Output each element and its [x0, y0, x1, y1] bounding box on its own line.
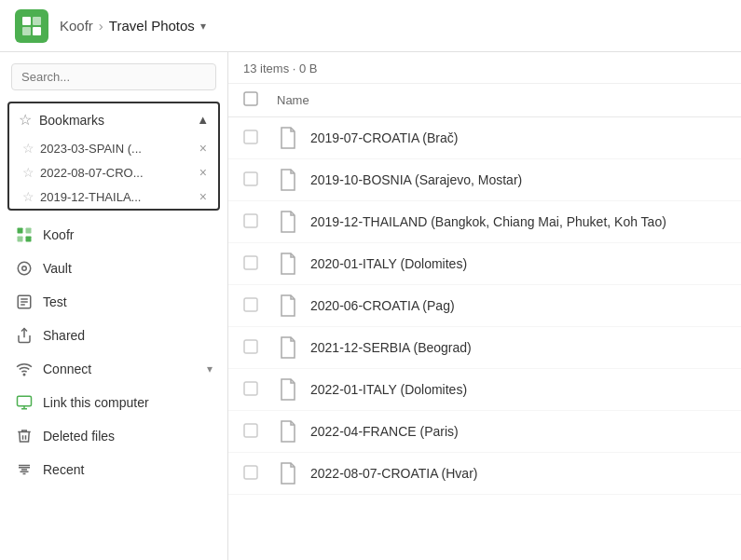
bookmark-star-icon: ☆ — [22, 165, 34, 180]
list-item[interactable]: ☆ 2023-03-SPAIN (... × — [9, 136, 218, 160]
svg-rect-23 — [244, 256, 257, 269]
folder-icon — [277, 251, 299, 277]
search-box — [0, 52, 227, 98]
connect-arrow-icon: ▾ — [207, 362, 213, 376]
row-checkbox[interactable] — [243, 465, 266, 483]
bookmarks-section: ☆ Bookmarks ▲ ☆ 2023-03-SPAIN (... × ☆ 2… — [7, 102, 220, 211]
bookmarks-chevron-icon: ▲ — [197, 113, 209, 127]
row-checkbox[interactable] — [243, 171, 266, 189]
vault-icon — [15, 259, 34, 278]
folder-icon — [277, 335, 299, 361]
bookmarks-header[interactable]: ☆ Bookmarks ▲ — [9, 103, 218, 136]
breadcrumb-dropdown-arrow[interactable]: ▾ — [200, 20, 206, 33]
table-row[interactable]: 2020-01-ITALY (Dolomites) — [228, 243, 741, 285]
sidebar-item-label: Deleted files — [43, 429, 213, 444]
file-name: 2019-10-BOSNIA (Sarajevo, Mostar) — [310, 172, 522, 187]
file-name: 2019-12-THAILAND (Bangkok, Chiang Mai, P… — [310, 214, 666, 229]
table-row[interactable]: 2019-12-THAILAND (Bangkok, Chiang Mai, P… — [228, 201, 741, 243]
file-name: 2022-08-07-CROATIA (Hvar) — [310, 466, 477, 481]
list-item[interactable]: ☆ 2019-12-THAILA... × — [9, 184, 218, 209]
sidebar-item-label: Recent — [43, 462, 213, 477]
breadcrumb-root[interactable]: Koofr — [60, 18, 93, 34]
bookmark-name: 2022-08-07-CRO... — [40, 166, 192, 180]
svg-rect-21 — [244, 172, 257, 185]
search-input[interactable] — [11, 63, 216, 90]
file-name: 2021-12-SERBIA (Beograd) — [310, 340, 472, 355]
file-name: 2020-01-ITALY (Dolomites) — [310, 256, 467, 271]
app-logo — [15, 9, 48, 43]
bookmark-star-icon: ☆ — [22, 141, 34, 156]
bookmarks-star-icon: ☆ — [19, 111, 32, 129]
svg-rect-22 — [244, 214, 257, 227]
column-name: Name — [277, 93, 726, 107]
table-row[interactable]: 2021-12-SERBIA (Beograd) — [228, 327, 741, 369]
bookmark-close-icon[interactable]: × — [198, 165, 209, 180]
svg-rect-25 — [244, 340, 257, 353]
breadcrumb-separator: › — [99, 18, 103, 34]
row-checkbox[interactable] — [243, 297, 266, 315]
shared-icon — [15, 326, 34, 345]
svg-rect-28 — [244, 466, 257, 479]
row-checkbox[interactable] — [243, 423, 266, 441]
file-name: 2020-06-CROATIA (Pag) — [310, 298, 455, 313]
svg-point-15 — [23, 374, 25, 376]
file-list-header: Name — [228, 84, 741, 117]
table-row[interactable]: 2022-08-07-CROATIA (Hvar) — [228, 453, 741, 495]
select-all-checkbox[interactable] — [243, 91, 266, 109]
item-count: 13 items · 0 B — [243, 61, 317, 75]
sidebar-item-shared[interactable]: Shared — [4, 320, 224, 351]
table-row[interactable]: 2022-01-ITALY (Dolomites) — [228, 369, 741, 411]
table-row[interactable]: 2020-06-CROATIA (Pag) — [228, 285, 741, 327]
sidebar-item-test[interactable]: Test — [4, 286, 224, 318]
row-checkbox[interactable] — [243, 381, 266, 399]
table-row[interactable]: 2019-10-BOSNIA (Sarajevo, Mostar) — [228, 159, 741, 201]
sidebar-item-koofr[interactable]: Koofr — [4, 219, 224, 251]
svg-rect-2 — [22, 27, 31, 35]
svg-rect-16 — [18, 396, 32, 406]
row-checkbox[interactable] — [243, 255, 266, 273]
breadcrumb: Koofr › Travel Photos ▾ — [60, 18, 206, 34]
sidebar-item-label: Koofr — [43, 227, 213, 242]
table-row[interactable]: 2019-07-CROATIA (Brač) — [228, 117, 741, 159]
bookmark-name: 2019-12-THAILA... — [40, 190, 192, 204]
breadcrumb-current: Travel Photos — [109, 18, 195, 34]
row-checkbox[interactable] — [243, 130, 266, 147]
file-name: 2019-07-CROATIA (Brač) — [310, 130, 458, 145]
svg-rect-1 — [33, 17, 41, 25]
bookmark-close-icon[interactable]: × — [198, 189, 209, 204]
bookmark-star-icon: ☆ — [22, 189, 34, 204]
main-layout: ☆ Bookmarks ▲ ☆ 2023-03-SPAIN (... × ☆ 2… — [0, 52, 741, 560]
svg-rect-3 — [33, 27, 41, 35]
sidebar-item-label: Link this computer — [43, 395, 213, 410]
sidebar-item-deleted-files[interactable]: Deleted files — [4, 420, 224, 452]
row-checkbox[interactable] — [243, 339, 266, 357]
content-header: 13 items · 0 B — [228, 52, 741, 84]
folder-icon — [277, 460, 299, 486]
svg-rect-5 — [26, 228, 32, 234]
svg-rect-19 — [244, 92, 257, 105]
sidebar-item-link-computer[interactable]: Link this computer — [4, 387, 224, 418]
svg-rect-20 — [244, 130, 257, 143]
recent-icon — [15, 460, 34, 479]
test-icon — [15, 293, 34, 311]
folder-icon — [277, 418, 299, 444]
row-checkbox[interactable] — [243, 213, 266, 231]
folder-icon — [277, 376, 299, 403]
folder-icon — [277, 167, 299, 193]
sidebar-item-connect[interactable]: Connect ▾ — [4, 353, 224, 385]
sidebar-item-recent[interactable]: Recent — [4, 454, 224, 485]
svg-rect-26 — [244, 382, 257, 395]
svg-point-8 — [18, 262, 31, 275]
bookmark-close-icon[interactable]: × — [198, 141, 209, 156]
file-name: 2022-01-ITALY (Dolomites) — [310, 382, 467, 397]
sidebar-item-label: Test — [43, 294, 213, 309]
deleted-files-icon — [15, 427, 34, 445]
sidebar-item-label: Vault — [43, 261, 213, 276]
list-item[interactable]: ☆ 2022-08-07-CRO... × — [9, 160, 218, 184]
content-area: 13 items · 0 B Name 2019-07-CROATIA (Bra… — [228, 52, 741, 560]
link-computer-icon — [15, 393, 34, 412]
folder-icon — [277, 209, 299, 235]
table-row[interactable]: 2022-04-FRANCE (Paris) — [228, 411, 741, 453]
app-header: Koofr › Travel Photos ▾ — [0, 0, 741, 52]
sidebar-item-vault[interactable]: Vault — [4, 253, 224, 284]
